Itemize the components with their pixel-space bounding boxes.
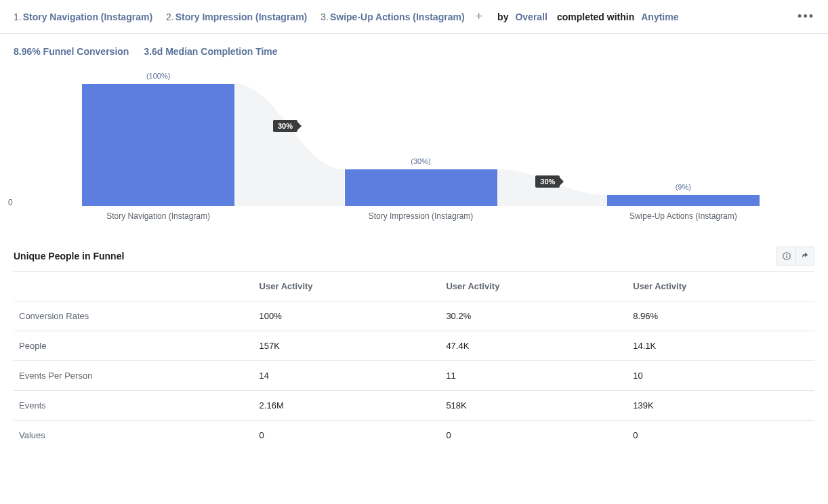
dropoff-badge: 30%	[273, 120, 297, 132]
more-menu-icon[interactable]: •••	[798, 9, 814, 24]
axis-zero-label: 0	[8, 198, 13, 207]
row-label: Values	[14, 421, 254, 450]
bar-category-label: Swipe-Up Actions (Instagram)	[607, 211, 760, 221]
svg-point-2	[786, 254, 787, 255]
table-row: Events Per Person141110	[14, 361, 814, 391]
row-label: Conversion Rates	[14, 301, 254, 331]
median-time-metric: 3.6d Median Completion Time	[144, 46, 277, 57]
funnel-step-3[interactable]: 3.Swipe-Up Actions (Instagram)	[320, 12, 464, 22]
column-header: User Activity	[254, 272, 441, 301]
table-actions	[777, 247, 814, 266]
table-title: Unique People in Funnel	[14, 251, 124, 261]
svg-rect-1	[786, 255, 787, 258]
cell-value: 0	[627, 421, 814, 450]
cell-value: 14.1K	[627, 331, 814, 361]
cell-value: 139K	[627, 391, 814, 421]
info-icon[interactable]	[777, 247, 795, 266]
funnel-bar[interactable]: (9%)Swipe-Up Actions (Instagram)	[607, 70, 760, 206]
step-label: Swipe-Up Actions (Instagram)	[330, 12, 465, 22]
breakdown-selector[interactable]: Overall	[515, 12, 547, 22]
step-number: 1.	[14, 12, 22, 22]
row-label: Events	[14, 391, 254, 421]
row-label: Events Per Person	[14, 361, 254, 391]
funnel-step-2[interactable]: 2.Story Impression (Instagram)	[166, 12, 307, 22]
cell-value: 0	[254, 421, 441, 450]
cell-value: 10	[627, 361, 814, 391]
share-icon[interactable]	[795, 247, 814, 266]
cell-value: 157K	[254, 331, 441, 361]
column-header: User Activity	[627, 272, 814, 301]
cell-value: 8.96%	[627, 301, 814, 331]
bar-category-label: Story Navigation (Instagram)	[82, 211, 234, 221]
funnel-header: 1.Story Navigation (Instagram) 2.Story I…	[0, 0, 828, 34]
timeframe-selector[interactable]: Anytime	[641, 12, 678, 22]
funnel-connector	[234, 70, 344, 206]
bar-pct-label: (100%)	[82, 72, 234, 80]
table-row: People157K47.4K14.1K	[14, 331, 814, 361]
cell-value: 14	[254, 361, 441, 391]
row-label: People	[14, 331, 254, 361]
funnel-bar[interactable]: (30%)Story Impression (Instagram)	[345, 70, 497, 206]
step-label: Story Navigation (Instagram)	[23, 12, 152, 22]
bar-pct-label: (9%)	[607, 183, 760, 191]
cell-value: 2.16M	[254, 391, 441, 421]
add-step-button[interactable]: +	[469, 9, 490, 24]
table-row: Conversion Rates100%30.2%8.96%	[14, 301, 814, 331]
step-number: 3.	[320, 12, 329, 22]
table-row: Values000	[14, 421, 814, 450]
cell-value: 518K	[440, 391, 627, 421]
bar-category-label: Story Impression (Instagram)	[345, 211, 497, 221]
completed-label: completed within	[557, 12, 634, 22]
dropoff-badge: 30%	[535, 175, 560, 188]
cell-value: 11	[440, 361, 627, 391]
cell-value: 47.4K	[440, 331, 627, 361]
funnel-step-1[interactable]: 1.Story Navigation (Instagram)	[14, 12, 152, 22]
by-label: by	[497, 12, 508, 22]
cell-value: 30.2%	[440, 301, 627, 331]
step-label: Story Impression (Instagram)	[175, 12, 308, 22]
funnel-chart: 0 (100%)Story Navigation (Instagram)(30%…	[0, 57, 828, 233]
funnel-table: User ActivityUser ActivityUser Activity …	[14, 271, 814, 450]
table-row: Events2.16M518K139K	[14, 391, 814, 421]
column-header: User Activity	[440, 272, 627, 301]
step-number: 2.	[166, 12, 174, 22]
funnel-bar[interactable]: (100%)Story Navigation (Instagram)	[82, 70, 234, 206]
conversion-metric: 8.96% Funnel Conversion	[14, 46, 129, 57]
metrics-bar: 8.96% Funnel Conversion 3.6d Median Comp…	[0, 34, 828, 57]
cell-value: 100%	[254, 301, 441, 331]
table-section: Unique People in Funnel User ActivityUse…	[0, 233, 828, 463]
cell-value: 0	[440, 421, 627, 450]
bar-pct-label: (30%)	[345, 157, 497, 165]
